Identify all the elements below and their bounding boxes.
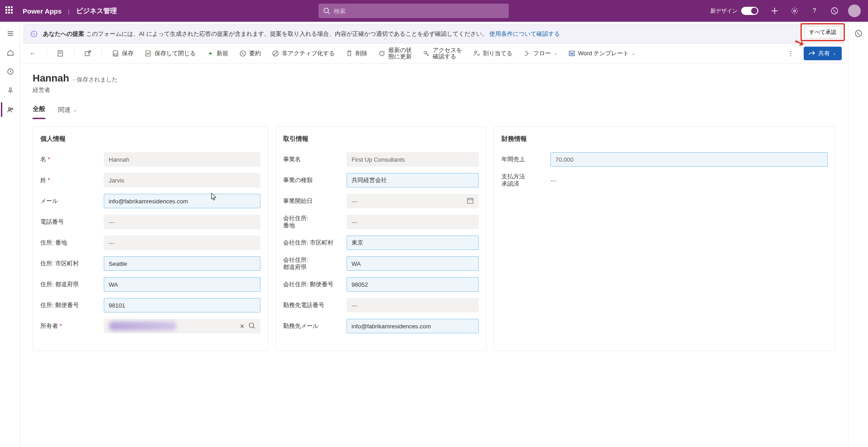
- delete-button[interactable]: 削除: [343, 48, 370, 59]
- trash-icon: [346, 50, 353, 57]
- record-subtitle: 経営者: [33, 86, 835, 94]
- label-city: 住所: 市区町村: [40, 260, 98, 267]
- svg-text:?: ?: [813, 7, 816, 14]
- section-personal-title: 個人情報: [40, 135, 260, 143]
- label-biz-name: 事業名: [283, 156, 341, 163]
- input-work-email[interactable]: info@fabrikamresidences.com: [347, 319, 479, 333]
- label-co-state: 会社住所:都道府県: [283, 256, 341, 271]
- new-design-toggle[interactable]: [741, 7, 758, 15]
- key-icon: [423, 50, 430, 57]
- input-biz-type[interactable]: 共同経営会社: [347, 173, 479, 187]
- deactivate-button[interactable]: 非アクティブ化する: [269, 48, 338, 59]
- share-button[interactable]: 共有 ⌄: [804, 47, 842, 60]
- tab-related[interactable]: 関連⌄: [58, 105, 77, 119]
- input-street[interactable]: ---: [104, 236, 260, 250]
- help-icon: ?: [810, 7, 819, 15]
- copilot-header-button[interactable]: [825, 2, 844, 20]
- popout-icon: [84, 50, 92, 57]
- label-owner: 所有者: [40, 322, 98, 330]
- lookup-search-icon[interactable]: [248, 322, 256, 331]
- section-business: 取引情報 事業名First Up Consultants 事業の種類共同経営会社…: [275, 126, 487, 351]
- share-icon: [808, 50, 815, 57]
- nav-pinned[interactable]: [1, 83, 19, 98]
- word-template-button[interactable]: W Word テンプレート ⌄: [565, 48, 638, 59]
- input-biz-name[interactable]: First Up Consultants: [347, 152, 479, 167]
- command-bar: ← 保存 保存して閉じる ＋ 新規: [20, 43, 848, 63]
- save-button[interactable]: 保存: [109, 48, 136, 59]
- global-search-input[interactable]: [334, 8, 504, 14]
- save-and-close-button[interactable]: 保存して閉じる: [142, 48, 198, 59]
- copilot-sparkle-icon: [30, 30, 38, 38]
- account-avatar[interactable]: [845, 2, 863, 20]
- copilot-icon: [830, 7, 839, 15]
- nav-entity-active[interactable]: [1, 102, 19, 117]
- input-city[interactable]: Seattle: [104, 256, 260, 271]
- command-overflow-button[interactable]: ⋮: [784, 48, 798, 58]
- ai-suggestion-bar: あなたへの提案 このフォームには、AI によって生成された応答の提案が含まれます…: [24, 24, 844, 43]
- input-payment-approved[interactable]: ---: [550, 173, 828, 187]
- back-button[interactable]: ←: [26, 48, 39, 59]
- label-zip: 住所: 郵便番号: [40, 302, 98, 309]
- nav-recent[interactable]: [1, 64, 19, 79]
- input-first-name[interactable]: Hannah: [104, 152, 260, 167]
- clear-owner-button[interactable]: ✕: [236, 323, 248, 330]
- input-last-name[interactable]: Jarvis: [104, 173, 260, 187]
- input-state[interactable]: WA: [104, 277, 260, 292]
- label-last-name: 姓: [40, 177, 98, 184]
- right-rail: [848, 22, 868, 447]
- input-co-state[interactable]: WA: [347, 256, 479, 271]
- calendar-icon[interactable]: [467, 197, 474, 206]
- form-selector-button[interactable]: [54, 48, 67, 59]
- input-phone[interactable]: ---: [104, 215, 260, 229]
- record-title: Hannah: [33, 72, 69, 84]
- word-icon: W: [568, 50, 575, 57]
- input-email[interactable]: info@fabrikamresidences.com: [104, 194, 260, 208]
- input-co-city[interactable]: 東京: [347, 236, 479, 250]
- input-biz-start[interactable]: ---: [347, 194, 479, 208]
- save-close-icon: [145, 50, 152, 57]
- nav-collapse-button[interactable]: [1, 26, 19, 41]
- svg-point-6: [9, 108, 11, 110]
- check-access-button[interactable]: アクセスを確認する: [420, 45, 465, 62]
- new-button[interactable]: ＋ 新規: [204, 48, 231, 59]
- accept-all-button[interactable]: すべて承認: [804, 26, 841, 38]
- section-personal: 個人情報 名Hannah 姓Jarvis メールinfo@fabrikamres…: [33, 126, 268, 351]
- input-zip[interactable]: 98101: [104, 298, 260, 312]
- label-co-zip: 会社住所: 郵便番号: [283, 281, 341, 288]
- refresh-button[interactable]: 最新の状態に更新: [376, 45, 415, 62]
- open-new-window-button[interactable]: [82, 48, 94, 59]
- input-co-street[interactable]: ---: [347, 215, 479, 229]
- header-add-button[interactable]: [766, 2, 784, 20]
- hamburger-icon: [7, 30, 14, 37]
- input-annual-revenue[interactable]: 70,000: [550, 152, 828, 167]
- assign-button[interactable]: 割り当てる: [470, 48, 515, 59]
- environment-name[interactable]: ビジネス管理: [76, 7, 117, 15]
- copilot-pane-button[interactable]: [849, 26, 868, 41]
- people-icon: [7, 106, 14, 113]
- tab-general[interactable]: 全般: [33, 105, 45, 119]
- settings-button[interactable]: [786, 2, 804, 20]
- record-header: Hannah - 保存されました 経営者 全般 関連⌄: [20, 63, 848, 119]
- nav-home[interactable]: [1, 45, 19, 60]
- app-launcher-icon[interactable]: [5, 6, 14, 15]
- label-co-city: 会社住所: 市区町村: [283, 239, 341, 246]
- summarize-button[interactable]: 要約: [236, 48, 264, 59]
- label-payment-approved: 支払方法承認済: [502, 173, 545, 187]
- home-icon: [7, 49, 14, 56]
- label-state: 住所: 都道府県: [40, 281, 98, 288]
- input-co-zip[interactable]: 98052: [347, 277, 479, 292]
- input-owner[interactable]: ✕: [104, 319, 260, 333]
- form-icon: [57, 50, 64, 57]
- help-button[interactable]: ?: [805, 2, 824, 20]
- suggestion-lead: あなたへの提案: [43, 30, 84, 37]
- flow-button[interactable]: フロー ⌄: [521, 48, 560, 59]
- label-work-email: 勤務先メール: [283, 322, 341, 330]
- svg-text:W: W: [570, 52, 574, 56]
- input-work-phone[interactable]: ---: [347, 298, 479, 312]
- suggestion-body: このフォームには、AI によって生成された応答の提案が含まれます。提案を取り入れ…: [86, 30, 488, 37]
- suggestion-terms-link[interactable]: 使用条件について確認する: [489, 30, 560, 37]
- chevron-down-icon: ⌄: [554, 51, 557, 56]
- svg-line-1: [328, 12, 330, 14]
- chevron-down-icon: ⌄: [632, 51, 635, 56]
- global-search[interactable]: [318, 4, 509, 18]
